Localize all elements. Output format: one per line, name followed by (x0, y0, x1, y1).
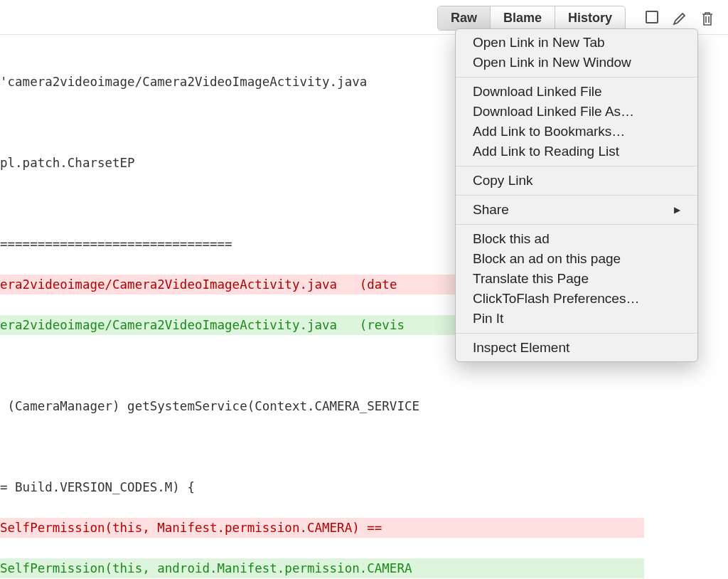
menu-separator (456, 77, 697, 78)
context-menu: Open Link in New Tab Open Link in New Wi… (455, 28, 698, 362)
menu-separator (456, 224, 697, 225)
menu-open-new-tab[interactable]: Open Link in New Tab (456, 33, 697, 53)
menu-separator (456, 166, 697, 166)
menu-open-new-window[interactable]: Open Link in New Window (456, 53, 697, 73)
menu-label: Block an ad on this page (473, 251, 621, 267)
menu-label: Copy Link (473, 173, 533, 188)
menu-label: Share (473, 202, 509, 218)
menu-label: ClickToFlash Preferences… (473, 291, 639, 307)
menu-label: Download Linked File (473, 84, 602, 100)
menu-block-ad-page[interactable]: Block an ad on this page (456, 249, 697, 269)
menu-separator (456, 195, 697, 196)
code-line: = Build.VERSION_CODES.M) { (0, 477, 644, 498)
menu-download-linked[interactable]: Download Linked File (456, 82, 697, 102)
menu-inspect-element[interactable]: Inspect Element (456, 338, 697, 358)
menu-add-reading-list[interactable]: Add Link to Reading List (456, 142, 697, 161)
menu-block-ad[interactable]: Block this ad (456, 229, 697, 249)
menu-separator (456, 333, 697, 334)
delete-icon[interactable] (701, 11, 714, 26)
submenu-arrow-icon: ▶ (674, 205, 680, 215)
raw-button[interactable]: Raw (438, 6, 491, 30)
menu-label: Pin It (473, 311, 503, 326)
code-line: (CameraManager) getSystemService(Context… (0, 396, 644, 417)
blame-button[interactable]: Blame (491, 6, 555, 30)
menu-label: Inspect Element (473, 340, 569, 356)
menu-label: Add Link to Bookmarks… (473, 124, 625, 139)
menu-label: Translate this Page (473, 271, 589, 287)
menu-label: Download Linked File As… (473, 104, 634, 119)
menu-label: Add Link to Reading List (473, 144, 619, 159)
toolbar-icons (646, 11, 714, 26)
edit-icon[interactable] (673, 11, 687, 26)
view-mode-group: Raw Blame History (437, 6, 626, 31)
menu-pin-it[interactable]: Pin It (456, 309, 697, 329)
menu-translate[interactable]: Translate this Page (456, 269, 697, 289)
menu-download-linked-as[interactable]: Download Linked File As… (456, 102, 697, 122)
file-toolbar: Raw Blame History (437, 6, 714, 31)
diff-removed-line: SelfPermission(this, Manifest.permission… (0, 518, 644, 538)
checkbox-icon[interactable] (646, 11, 658, 26)
menu-label: Open Link in New Tab (473, 35, 605, 51)
menu-label: Block this ad (473, 231, 550, 247)
menu-clicktoflash[interactable]: ClickToFlash Preferences… (456, 289, 697, 309)
menu-add-bookmarks[interactable]: Add Link to Bookmarks… (456, 122, 697, 142)
code-line (0, 437, 644, 457)
menu-label: Open Link in New Window (473, 55, 631, 70)
menu-copy-link[interactable]: Copy Link (456, 171, 697, 191)
diff-added-line: SelfPermission(this, android.Manifest.pe… (0, 558, 644, 579)
menu-share[interactable]: Share ▶ (456, 200, 697, 220)
history-button[interactable]: History (555, 6, 625, 30)
